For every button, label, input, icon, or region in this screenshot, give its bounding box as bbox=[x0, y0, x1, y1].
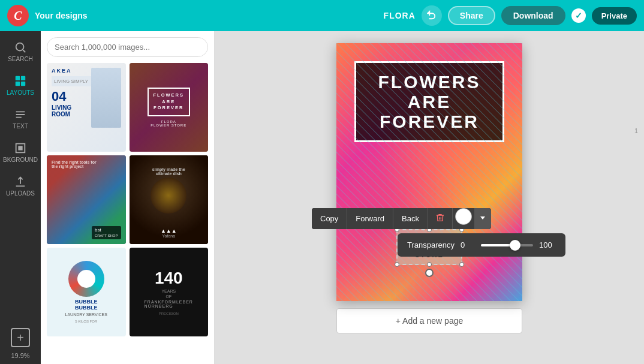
template-flowers-forever[interactable]: FLOWERSAREFOREVER FLORAFLOWER STORE bbox=[130, 63, 209, 152]
template-bst[interactable]: Find the right tools forthe right projec… bbox=[47, 155, 126, 244]
handle-bl[interactable] bbox=[395, 262, 399, 267]
delete-button[interactable] bbox=[428, 208, 453, 229]
chevron-down-icon bbox=[479, 214, 486, 221]
add-page-button[interactable]: + Add a new page bbox=[336, 308, 522, 333]
template-akea[interactable]: AKEA LIVING SIMPLY 04 LIVINGROOM bbox=[47, 63, 126, 152]
transparency-panel: Transparency 0 100 bbox=[398, 233, 565, 257]
canvas-title-box[interactable]: FLOWERS ARE FOREVER bbox=[354, 61, 504, 142]
design-canvas[interactable]: FLOWERS ARE FOREVER FLORA FLOWER STORE bbox=[336, 43, 522, 301]
background-icon bbox=[14, 142, 27, 155]
download-button[interactable]: Download bbox=[501, 6, 565, 25]
search-input[interactable] bbox=[47, 37, 208, 57]
transparency-slider[interactable] bbox=[481, 244, 533, 246]
handle-bm[interactable] bbox=[427, 262, 432, 267]
header: C Your designs FLORA Share Download ✓ Pr… bbox=[0, 0, 644, 31]
ruler-value: 1 bbox=[634, 127, 638, 134]
sidebar-layouts-label: LAYOUTS bbox=[7, 89, 34, 96]
dropdown-arrow-button[interactable] bbox=[474, 208, 491, 229]
template-bubble[interactable]: BUBBLEBUBBLE LAUNDRY SERVICES 5 KILOS FO… bbox=[47, 248, 126, 336]
sidebar-item-text[interactable]: TEXT bbox=[0, 103, 41, 134]
check-icon: ✓ bbox=[571, 8, 586, 23]
ruler: 1 bbox=[634, 127, 638, 134]
transparency-thumb[interactable] bbox=[510, 240, 520, 251]
sidebar-search-label: SEARCH bbox=[8, 56, 33, 62]
svg-rect-5 bbox=[21, 82, 25, 86]
transparency-label: Transparency bbox=[407, 240, 455, 249]
templates-panel: AKEA LIVING SIMPLY 04 LIVINGROOM FLOWERS… bbox=[41, 31, 215, 364]
uploads-icon bbox=[14, 175, 27, 188]
handle-br[interactable] bbox=[459, 262, 464, 267]
sidebar-item-search[interactable]: SEARCH bbox=[0, 36, 41, 67]
canvas-title-text: FLOWERS ARE FOREVER bbox=[365, 72, 493, 131]
sidebar-background-label: BKGROUND bbox=[3, 157, 38, 163]
zoom-level: 19.9% bbox=[11, 352, 29, 364]
sidebar-uploads-label: UPLOADS bbox=[6, 190, 35, 197]
context-toolbar: Copy Forward Back bbox=[312, 208, 491, 229]
add-element-button[interactable]: + bbox=[11, 328, 30, 347]
sidebar-text-label: TEXT bbox=[13, 123, 28, 130]
svg-rect-2 bbox=[16, 76, 20, 80]
layouts-icon bbox=[14, 74, 27, 88]
your-designs-link[interactable]: Your designs bbox=[35, 11, 88, 20]
copy-button[interactable]: Copy bbox=[312, 208, 347, 229]
svg-line-1 bbox=[23, 50, 25, 52]
toolbar-buttons: Copy Forward Back bbox=[312, 208, 491, 229]
svg-rect-3 bbox=[21, 76, 25, 80]
canva-logo[interactable]: C bbox=[7, 5, 29, 26]
main-layout: SEARCH LAYOUTS TEXT BKGROUND UPLOADS bbox=[0, 31, 644, 364]
template-yafana[interactable]: simply made theultimate dish ▲▲▲ Yafana bbox=[130, 155, 209, 244]
color-swatch[interactable] bbox=[455, 208, 472, 225]
sidebar-item-uploads[interactable]: UPLOADS bbox=[0, 170, 41, 201]
sidebar-item-background[interactable]: BKGROUND bbox=[0, 137, 41, 168]
transparency-value: 0 bbox=[461, 240, 475, 249]
undo-button[interactable] bbox=[422, 5, 442, 26]
search-icon bbox=[14, 41, 27, 54]
trash-icon bbox=[435, 213, 445, 222]
transparency-max: 100 bbox=[539, 240, 556, 249]
svg-marker-6 bbox=[480, 216, 485, 219]
rotate-handle[interactable] bbox=[425, 269, 434, 277]
text-icon bbox=[14, 108, 27, 121]
user-name: FLORA bbox=[384, 11, 416, 20]
sidebar-item-layouts[interactable]: LAYOUTS bbox=[0, 70, 41, 101]
svg-point-0 bbox=[16, 43, 24, 51]
sidebar: SEARCH LAYOUTS TEXT BKGROUND UPLOADS bbox=[0, 31, 41, 364]
back-button[interactable]: Back bbox=[393, 208, 428, 229]
canvas-area[interactable]: FLOWERS ARE FOREVER FLORA FLOWER STORE bbox=[215, 31, 644, 364]
template-140-years[interactable]: 140 YEARS OF FRANKFORMLEBERNÜRNBERG PREC… bbox=[130, 248, 209, 336]
template-grid: AKEA LIVING SIMPLY 04 LIVINGROOM FLOWERS… bbox=[47, 63, 208, 336]
private-button[interactable]: Private bbox=[592, 7, 637, 25]
share-button[interactable]: Share bbox=[448, 6, 495, 25]
forward-button[interactable]: Forward bbox=[347, 208, 393, 229]
svg-rect-4 bbox=[16, 82, 20, 86]
